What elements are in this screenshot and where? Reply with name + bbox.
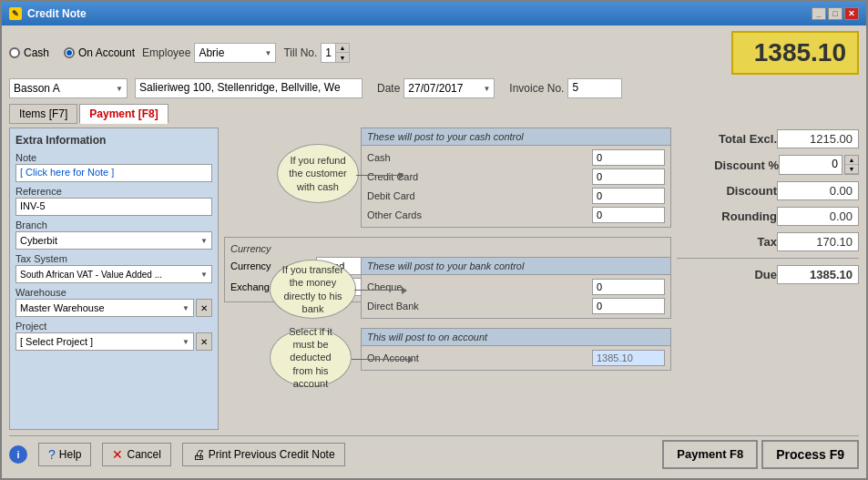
- cash-row: Cash 0: [367, 149, 665, 166]
- note-label: Note: [15, 152, 212, 163]
- bubble-account: Select if it must be deducted from his a…: [270, 328, 352, 387]
- due-label: Due: [677, 268, 777, 281]
- cheque-input[interactable]: 0: [592, 279, 665, 295]
- process-f9-button[interactable]: Process F9: [761, 440, 859, 469]
- print-label: Print Previous Credit Note: [209, 448, 335, 461]
- branch-label: Branch: [15, 220, 212, 230]
- close-button[interactable]: ✕: [844, 7, 859, 20]
- window-icon: ✎: [9, 7, 22, 20]
- project-clear-button[interactable]: ✕: [196, 332, 212, 351]
- date-combo-arrow: ▼: [483, 85, 490, 93]
- rounding-value: 0.00: [777, 207, 859, 226]
- other-cards-input[interactable]: 0: [592, 207, 665, 223]
- date-field: Date 27/07/2017 ▼: [377, 78, 495, 98]
- bubble2-arrow: [354, 290, 404, 291]
- on-account-radio-label: On Account: [78, 46, 135, 59]
- on-account-value: 1385.10: [592, 350, 665, 366]
- discount-pct-label: Discount %: [677, 158, 779, 172]
- tab-payment[interactable]: Payment [F8]: [79, 104, 168, 124]
- invoice-no-input[interactable]: 5: [567, 78, 622, 98]
- discount-pct-up[interactable]: ▲: [845, 156, 858, 165]
- bottom-right-controls: Payment F8 Process F9: [662, 440, 859, 469]
- direct-bank-input[interactable]: 0: [592, 298, 665, 314]
- bank-control-header: These will post to your bank control: [362, 258, 670, 275]
- note-field: Note [ Click here for Note ]: [15, 152, 212, 182]
- info-button[interactable]: i: [9, 445, 27, 464]
- debit-card-input[interactable]: 0: [592, 188, 665, 204]
- bank-control-section: These will post to your bank control Che…: [361, 257, 671, 319]
- project-combo[interactable]: [ Select Project ] ▼: [15, 332, 194, 351]
- on-account-radio[interactable]: On Account: [64, 46, 135, 59]
- cancel-label: Cancel: [127, 448, 160, 461]
- reference-input[interactable]: INV-5: [15, 198, 212, 216]
- other-cards-row: Other Cards 0: [367, 207, 665, 223]
- cash-control-section: These will post to your cash control Cas…: [361, 128, 671, 228]
- help-label: Help: [59, 448, 82, 461]
- discount-pct-down[interactable]: ▼: [845, 165, 858, 174]
- discount-pct-spinner: ▲ ▼: [844, 155, 859, 175]
- bottom-bar: i ? Help ✕ Cancel 🖨 Print Previous Credi…: [9, 435, 859, 473]
- cancel-icon: ✕: [112, 447, 123, 462]
- employee-label: Employee: [142, 46, 190, 59]
- maximize-button[interactable]: □: [828, 7, 842, 20]
- cash-input[interactable]: 0: [592, 149, 665, 166]
- total-excl-row: Total Excl. 1215.00: [677, 128, 859, 150]
- totals-panel: Total Excl. 1215.00 Discount % 0 ▲ ▼ Dis…: [677, 128, 859, 430]
- due-value: 1385.10: [777, 265, 859, 284]
- branch-combo[interactable]: Cyberbit ▼: [15, 231, 212, 250]
- tab-items[interactable]: Items [F7]: [9, 104, 77, 124]
- bubble1-arrow: [356, 175, 402, 176]
- bubble-cash: If you refund the customer with cash: [277, 144, 359, 203]
- other-cards-label: Other Cards: [367, 209, 431, 220]
- help-icon: ?: [48, 447, 56, 462]
- print-icon: 🖨: [192, 447, 205, 462]
- reference-label: Reference: [15, 186, 212, 197]
- warehouse-label: Warehouse: [15, 287, 212, 298]
- total-excl-value: 1215.00: [777, 129, 859, 148]
- reference-field: Reference INV-5: [15, 186, 212, 216]
- tax-system-combo[interactable]: South African VAT - Value Added ... ▼: [15, 265, 212, 283]
- tax-label: Tax: [677, 235, 777, 249]
- tax-system-field: Tax System South African VAT - Value Add…: [15, 253, 212, 283]
- cash-radio-indicator: [9, 47, 20, 58]
- debit-card-label: Debit Card: [367, 190, 431, 201]
- discount-row: Discount 0.00: [677, 179, 859, 202]
- title-bar: ✎ Credit Note _ □ ✕: [2, 2, 866, 26]
- direct-bank-row: Direct Bank 0: [367, 298, 665, 314]
- grand-total-display: 1385.10: [731, 31, 859, 75]
- warehouse-clear-button[interactable]: ✕: [196, 299, 212, 317]
- on-account-header: This will post to on account: [362, 329, 670, 346]
- bubble3-arrowhead: [408, 356, 414, 363]
- warehouse-field: Warehouse Master Warehouse ▼ ✕: [15, 287, 212, 317]
- till-no-down[interactable]: ▼: [336, 53, 349, 62]
- discount-label: Discount: [677, 184, 777, 198]
- window-controls: _ □ ✕: [812, 7, 859, 20]
- bottom-left-controls: i ? Help ✕ Cancel 🖨 Print Previous Credi…: [9, 443, 345, 466]
- credit-card-input[interactable]: 0: [592, 169, 665, 185]
- payment-panel: If you refund the customer with cash If …: [224, 128, 671, 430]
- date-combo[interactable]: 27/07/2017 ▼: [403, 78, 495, 98]
- help-button[interactable]: ? Help: [38, 443, 91, 466]
- minimize-button[interactable]: _: [812, 7, 826, 20]
- discount-pct-input[interactable]: 0: [779, 155, 842, 175]
- cancel-button[interactable]: ✕ Cancel: [102, 443, 170, 466]
- credit-card-row: Credit Card 0: [367, 169, 665, 185]
- invoice-no-field: Invoice No. 5: [509, 78, 622, 98]
- customer-combo[interactable]: Basson A ▼: [9, 78, 128, 98]
- employee-combo[interactable]: Abrie ▼: [194, 43, 276, 63]
- note-input[interactable]: [ Click here for Note ]: [15, 164, 212, 182]
- warehouse-combo[interactable]: Master Warehouse ▼: [15, 299, 194, 317]
- payment-f8-button[interactable]: Payment F8: [662, 440, 758, 469]
- branch-field: Branch Cyberbit ▼: [15, 220, 212, 250]
- cash-control-header: These will post to your cash control: [362, 128, 670, 146]
- print-button[interactable]: 🖨 Print Previous Credit Note: [182, 443, 345, 466]
- till-no-up[interactable]: ▲: [336, 44, 349, 53]
- debit-card-row: Debit Card 0: [367, 188, 665, 204]
- on-account-section: This will post to on account On Account …: [361, 328, 671, 371]
- bubble2-arrowhead: [402, 287, 407, 294]
- cash-radio[interactable]: Cash: [9, 46, 49, 59]
- employee-field: Employee Abrie ▼: [142, 43, 276, 63]
- currency-section-label: Currency: [230, 243, 665, 254]
- due-row: Due 1385.10: [677, 263, 859, 286]
- tax-system-label: Tax System: [15, 253, 212, 264]
